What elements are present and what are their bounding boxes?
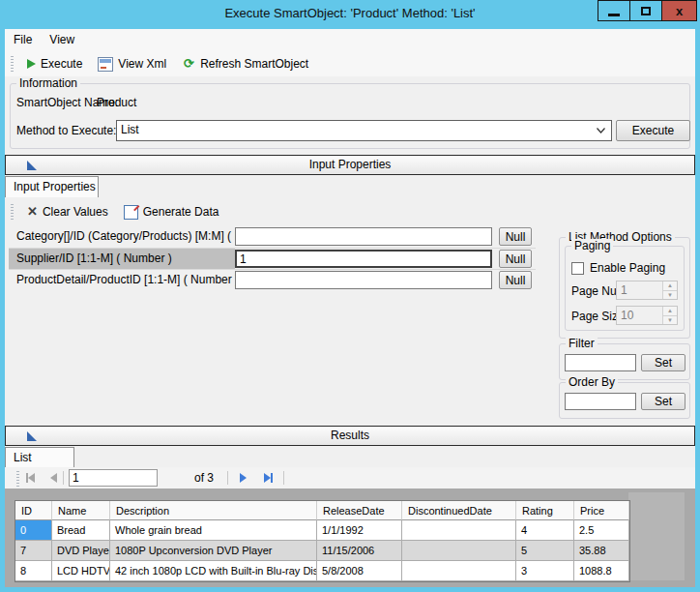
- grid-cell[interactable]: 7: [15, 541, 52, 561]
- order-by-group-label: Order By: [566, 375, 618, 390]
- window-title: Execute SmartObject: 'Product' Method: '…: [0, 6, 700, 20]
- maximize-button[interactable]: [629, 0, 662, 21]
- grid-cell[interactable]: 2.5: [574, 520, 629, 541]
- null-button[interactable]: Null: [499, 271, 532, 289]
- information-group-label: Information: [16, 76, 80, 91]
- grid-column-header[interactable]: ReleaseDate: [317, 501, 402, 520]
- refresh-smartobject-button[interactable]: ⟳ Refresh SmartObject: [174, 53, 316, 74]
- page-size-value: 10: [617, 307, 662, 324]
- collapse-icon[interactable]: [27, 431, 37, 441]
- grid-cell[interactable]: 8: [15, 561, 52, 581]
- generate-data-icon: [124, 205, 138, 220]
- filter-input[interactable]: [565, 354, 636, 371]
- grid-cell[interactable]: 5/8/2008: [317, 561, 402, 581]
- grid-cell[interactable]: [402, 520, 516, 541]
- input-property-row: Category[]/ID (Category/Products) [M:M] …: [9, 226, 536, 248]
- last-page-icon: [264, 473, 271, 483]
- grid-cell[interactable]: 1088.8: [574, 561, 629, 581]
- execute-method-button[interactable]: Execute: [616, 120, 690, 141]
- collapse-icon[interactable]: [27, 161, 37, 170]
- grid-cell[interactable]: 11/15/2006: [317, 541, 402, 561]
- execute-toolbar-label: Execute: [41, 57, 82, 71]
- grid-cell[interactable]: 0: [15, 520, 52, 541]
- menu-file[interactable]: File: [5, 29, 41, 51]
- grid-cell[interactable]: LCD HDTV: [52, 561, 110, 581]
- tab-list-results[interactable]: List Results: [5, 447, 74, 467]
- last-page-button[interactable]: [258, 470, 277, 486]
- tab-input-properties[interactable]: Input Properties: [5, 176, 99, 197]
- grid-row: 7DVD Player1080P Upconversion DVD Player…: [15, 541, 629, 561]
- main-toolbar: Execute View Xml ⟳ Refresh SmartObject: [5, 51, 695, 76]
- previous-page-button[interactable]: [44, 470, 63, 486]
- enable-paging-label: Enable Paging: [590, 261, 665, 275]
- menu-bar: File View: [5, 29, 695, 51]
- enable-paging-checkbox[interactable]: [571, 262, 584, 275]
- clear-values-button[interactable]: ✕ Clear Values: [19, 201, 116, 222]
- spin-down-icon[interactable]: ▼: [662, 290, 677, 300]
- order-by-set-button[interactable]: Set: [641, 393, 685, 410]
- grid-column-header[interactable]: DiscontinuedDate: [402, 501, 516, 520]
- grid-column-header[interactable]: ID: [15, 501, 52, 520]
- minimize-button[interactable]: [598, 0, 630, 21]
- grid-cell[interactable]: 1/1/1992: [317, 520, 402, 541]
- grid-cell[interactable]: 42 inch 1080p LCD with Built-in Blu-ray …: [110, 561, 317, 581]
- grid-column-header[interactable]: Description: [110, 501, 317, 520]
- page-size-spin-buttons: ▲▼: [662, 307, 677, 324]
- toolbar-grip[interactable]: [11, 56, 14, 72]
- input-toolbar-grip[interactable]: [11, 204, 14, 220]
- grid-cell[interactable]: [402, 541, 516, 561]
- pager-grip[interactable]: [16, 471, 19, 487]
- results-pager: of 3: [5, 467, 695, 488]
- grid-cell[interactable]: 4: [516, 520, 574, 541]
- grid-unused-column-area: [628, 492, 685, 580]
- page-number-spinner[interactable]: 1 ▲▼: [616, 281, 678, 300]
- input-panel-toolbar: ✕ Clear Values Generate Data: [5, 201, 546, 222]
- page-number-spin-buttons: ▲▼: [662, 281, 677, 299]
- order-by-input[interactable]: [565, 393, 636, 410]
- first-page-icon: [28, 473, 35, 483]
- close-button[interactable]: x: [661, 0, 697, 21]
- input-properties-section-title: Input Properties: [309, 158, 392, 171]
- xml-document-icon: [98, 57, 113, 72]
- spin-up-icon[interactable]: ▲: [662, 307, 677, 315]
- page-count-label: of 3: [194, 471, 214, 485]
- null-button[interactable]: Null: [499, 250, 532, 268]
- generate-data-button[interactable]: Generate Data: [116, 201, 227, 222]
- grid-cell[interactable]: 35.88: [574, 541, 629, 561]
- current-page-input[interactable]: [69, 469, 158, 487]
- execute-toolbar-button[interactable]: Execute: [19, 53, 90, 74]
- grid-cell[interactable]: 3: [516, 561, 574, 581]
- refresh-smartobject-label: Refresh SmartObject: [200, 57, 308, 71]
- grid-cell[interactable]: 1080P Upconversion DVD Player: [110, 541, 317, 561]
- input-property-value-input[interactable]: [235, 271, 492, 289]
- grid-column-header[interactable]: Price: [574, 501, 629, 520]
- null-button[interactable]: Null: [499, 227, 532, 246]
- grid-row: 8LCD HDTV42 inch 1080p LCD with Built-in…: [15, 561, 629, 581]
- title-bar[interactable]: Execute SmartObject: 'Product' Method: '…: [0, 0, 700, 29]
- input-property-value-input[interactable]: [235, 250, 492, 268]
- next-page-button[interactable]: [233, 470, 252, 486]
- menu-view[interactable]: View: [41, 29, 83, 51]
- spin-down-icon[interactable]: ▼: [662, 315, 677, 325]
- grid-cell[interactable]: Bread: [52, 520, 110, 541]
- grid-cell[interactable]: Whole grain bread: [110, 520, 317, 541]
- order-by-group: Order By Set: [559, 382, 690, 419]
- grid-column-header[interactable]: Name: [52, 501, 110, 520]
- grid-cell[interactable]: 5: [516, 541, 574, 561]
- grid-cell[interactable]: DVD Player: [52, 541, 110, 561]
- page-size-spinner[interactable]: 10 ▲▼: [616, 306, 678, 325]
- first-page-button[interactable]: [20, 470, 40, 486]
- method-combobox[interactable]: List: [116, 120, 612, 141]
- spin-up-icon[interactable]: ▲: [662, 281, 677, 290]
- input-property-row: Supplier/ID [1:1-M] ( Number )Null: [9, 248, 536, 269]
- input-property-value-input[interactable]: [235, 227, 492, 246]
- grid-column-header[interactable]: Rating: [516, 501, 574, 520]
- grid-cell[interactable]: [402, 561, 516, 581]
- results-section-title: Results: [331, 429, 369, 442]
- input-properties-section-header[interactable]: Input Properties: [5, 155, 695, 175]
- view-xml-button[interactable]: View Xml: [90, 53, 174, 74]
- results-section-header[interactable]: Results: [5, 426, 695, 446]
- filter-set-button[interactable]: Set: [641, 354, 685, 371]
- clear-values-label: Clear Values: [43, 205, 108, 219]
- results-grid-area: IDNameDescriptionReleaseDateDiscontinued…: [5, 488, 695, 587]
